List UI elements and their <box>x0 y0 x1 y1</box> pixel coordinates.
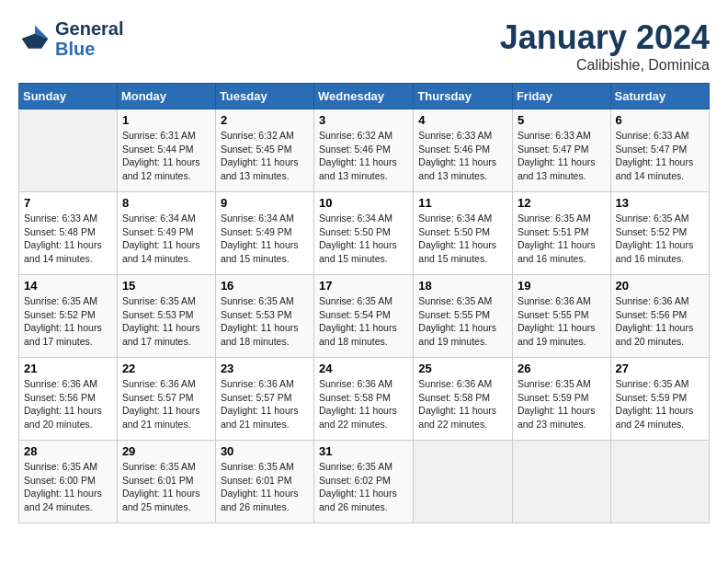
calendar-cell: 1Sunrise: 6:31 AMSunset: 5:44 PMDaylight… <box>117 109 215 192</box>
day-info: Sunrise: 6:36 AMSunset: 5:56 PMDaylight:… <box>24 377 112 431</box>
day-info: Sunrise: 6:35 AMSunset: 6:02 PMDaylight:… <box>319 460 408 514</box>
day-info: Sunrise: 6:35 AMSunset: 5:59 PMDaylight:… <box>518 377 606 431</box>
calendar-cell: 13Sunrise: 6:35 AMSunset: 5:52 PMDayligh… <box>610 192 709 275</box>
day-number: 30 <box>221 444 309 458</box>
month-title: January 2024 <box>500 18 710 57</box>
calendar-cell: 31Sunrise: 6:35 AMSunset: 6:02 PMDayligh… <box>314 441 414 523</box>
calendar-cell: 29Sunrise: 6:35 AMSunset: 6:01 PMDayligh… <box>117 441 215 523</box>
location-subtitle: Calibishie, Dominica <box>500 57 710 74</box>
day-info: Sunrise: 6:35 AMSunset: 5:52 PMDaylight:… <box>616 212 704 266</box>
day-number: 25 <box>418 362 507 375</box>
day-number: 21 <box>24 362 112 375</box>
calendar-cell: 17Sunrise: 6:35 AMSunset: 5:54 PMDayligh… <box>314 275 414 358</box>
day-info: Sunrise: 6:36 AMSunset: 5:58 PMDaylight:… <box>418 377 507 431</box>
day-info: Sunrise: 6:35 AMSunset: 6:01 PMDaylight:… <box>122 460 210 514</box>
logo-blue: Blue <box>55 39 123 59</box>
calendar-cell: 26Sunrise: 6:35 AMSunset: 5:59 PMDayligh… <box>512 358 610 441</box>
calendar-cell <box>414 441 513 523</box>
calendar-week-row: 28Sunrise: 6:35 AMSunset: 6:00 PMDayligh… <box>19 441 710 523</box>
day-info: Sunrise: 6:36 AMSunset: 5:55 PMDaylight:… <box>518 294 606 349</box>
calendar-cell: 16Sunrise: 6:35 AMSunset: 5:53 PMDayligh… <box>215 275 313 358</box>
weekday-header: Monday <box>117 84 215 109</box>
logo: General Blue <box>18 18 123 59</box>
day-info: Sunrise: 6:34 AMSunset: 5:50 PMDaylight:… <box>418 212 507 266</box>
calendar-week-row: 1Sunrise: 6:31 AMSunset: 5:44 PMDaylight… <box>19 109 710 192</box>
calendar-week-row: 7Sunrise: 6:33 AMSunset: 5:48 PMDaylight… <box>19 192 710 275</box>
day-info: Sunrise: 6:34 AMSunset: 5:50 PMDaylight:… <box>319 212 408 266</box>
day-number: 28 <box>24 444 112 458</box>
day-info: Sunrise: 6:34 AMSunset: 5:49 PMDaylight:… <box>122 212 210 266</box>
day-info: Sunrise: 6:35 AMSunset: 5:52 PMDaylight:… <box>24 294 112 349</box>
logo-icon <box>18 22 51 55</box>
day-number: 27 <box>616 362 704 375</box>
calendar-cell: 22Sunrise: 6:36 AMSunset: 5:57 PMDayligh… <box>117 358 215 441</box>
calendar-cell: 20Sunrise: 6:36 AMSunset: 5:56 PMDayligh… <box>610 275 709 358</box>
calendar-week-row: 21Sunrise: 6:36 AMSunset: 5:56 PMDayligh… <box>19 358 710 441</box>
day-number: 7 <box>24 196 112 210</box>
day-number: 20 <box>616 279 704 293</box>
calendar-table: SundayMondayTuesdayWednesdayThursdayFrid… <box>18 83 710 523</box>
weekday-header: Sunday <box>19 84 118 109</box>
calendar-cell: 28Sunrise: 6:35 AMSunset: 6:00 PMDayligh… <box>19 441 118 523</box>
day-number: 4 <box>418 113 507 127</box>
day-number: 12 <box>518 196 606 210</box>
day-number: 15 <box>122 279 210 293</box>
day-number: 23 <box>221 362 309 375</box>
calendar-cell: 6Sunrise: 6:33 AMSunset: 5:47 PMDaylight… <box>610 109 709 192</box>
day-number: 29 <box>122 444 210 458</box>
calendar-cell: 8Sunrise: 6:34 AMSunset: 5:49 PMDaylight… <box>117 192 215 275</box>
day-number: 18 <box>418 279 507 293</box>
calendar-cell: 5Sunrise: 6:33 AMSunset: 5:47 PMDaylight… <box>512 109 610 192</box>
day-number: 6 <box>616 113 704 127</box>
day-number: 3 <box>319 113 408 127</box>
calendar-cell: 7Sunrise: 6:33 AMSunset: 5:48 PMDaylight… <box>19 192 118 275</box>
day-number: 5 <box>518 113 606 127</box>
day-info: Sunrise: 6:32 AMSunset: 5:45 PMDaylight:… <box>221 129 309 183</box>
calendar-cell: 10Sunrise: 6:34 AMSunset: 5:50 PMDayligh… <box>314 192 414 275</box>
day-info: Sunrise: 6:36 AMSunset: 5:56 PMDaylight:… <box>616 294 704 349</box>
day-number: 10 <box>319 196 408 210</box>
calendar-cell: 3Sunrise: 6:32 AMSunset: 5:46 PMDaylight… <box>314 109 414 192</box>
day-number: 16 <box>221 279 309 293</box>
weekday-header: Saturday <box>610 84 709 109</box>
weekday-header: Wednesday <box>314 84 414 109</box>
day-number: 9 <box>221 196 309 210</box>
page-header: General Blue January 2024 Calibishie, Do… <box>18 18 710 74</box>
calendar-cell: 11Sunrise: 6:34 AMSunset: 5:50 PMDayligh… <box>414 192 513 275</box>
day-number: 11 <box>418 196 507 210</box>
calendar-cell <box>512 441 610 523</box>
calendar-cell: 25Sunrise: 6:36 AMSunset: 5:58 PMDayligh… <box>414 358 513 441</box>
day-number: 14 <box>24 279 112 293</box>
calendar-cell: 9Sunrise: 6:34 AMSunset: 5:49 PMDaylight… <box>215 192 313 275</box>
calendar-cell: 24Sunrise: 6:36 AMSunset: 5:58 PMDayligh… <box>314 358 414 441</box>
day-info: Sunrise: 6:36 AMSunset: 5:57 PMDaylight:… <box>221 377 309 431</box>
day-number: 26 <box>518 362 606 375</box>
day-info: Sunrise: 6:34 AMSunset: 5:49 PMDaylight:… <box>221 212 309 266</box>
calendar-cell: 18Sunrise: 6:35 AMSunset: 5:55 PMDayligh… <box>414 275 513 358</box>
calendar-cell: 12Sunrise: 6:35 AMSunset: 5:51 PMDayligh… <box>512 192 610 275</box>
logo-general: General <box>55 18 123 39</box>
calendar-cell: 30Sunrise: 6:35 AMSunset: 6:01 PMDayligh… <box>215 441 313 523</box>
day-info: Sunrise: 6:33 AMSunset: 5:46 PMDaylight:… <box>418 129 507 183</box>
day-number: 24 <box>319 362 408 375</box>
day-info: Sunrise: 6:35 AMSunset: 5:59 PMDaylight:… <box>616 377 704 431</box>
day-number: 31 <box>319 444 408 458</box>
calendar-cell: 21Sunrise: 6:36 AMSunset: 5:56 PMDayligh… <box>19 358 118 441</box>
day-info: Sunrise: 6:35 AMSunset: 6:00 PMDaylight:… <box>24 460 112 514</box>
calendar-cell: 27Sunrise: 6:35 AMSunset: 5:59 PMDayligh… <box>610 358 709 441</box>
calendar-cell: 4Sunrise: 6:33 AMSunset: 5:46 PMDaylight… <box>414 109 513 192</box>
title-block: January 2024 Calibishie, Dominica <box>500 18 710 74</box>
calendar-week-row: 14Sunrise: 6:35 AMSunset: 5:52 PMDayligh… <box>19 275 710 358</box>
weekday-header: Tuesday <box>215 84 313 109</box>
day-info: Sunrise: 6:32 AMSunset: 5:46 PMDaylight:… <box>319 129 408 183</box>
day-info: Sunrise: 6:33 AMSunset: 5:47 PMDaylight:… <box>518 129 606 183</box>
calendar-cell: 14Sunrise: 6:35 AMSunset: 5:52 PMDayligh… <box>19 275 118 358</box>
calendar-cell: 15Sunrise: 6:35 AMSunset: 5:53 PMDayligh… <box>117 275 215 358</box>
day-number: 2 <box>221 113 309 127</box>
day-info: Sunrise: 6:35 AMSunset: 5:53 PMDaylight:… <box>221 294 309 349</box>
day-number: 19 <box>518 279 606 293</box>
day-info: Sunrise: 6:31 AMSunset: 5:44 PMDaylight:… <box>122 129 210 183</box>
day-info: Sunrise: 6:35 AMSunset: 5:55 PMDaylight:… <box>418 294 507 349</box>
day-info: Sunrise: 6:35 AMSunset: 6:01 PMDaylight:… <box>221 460 309 514</box>
day-number: 17 <box>319 279 408 293</box>
